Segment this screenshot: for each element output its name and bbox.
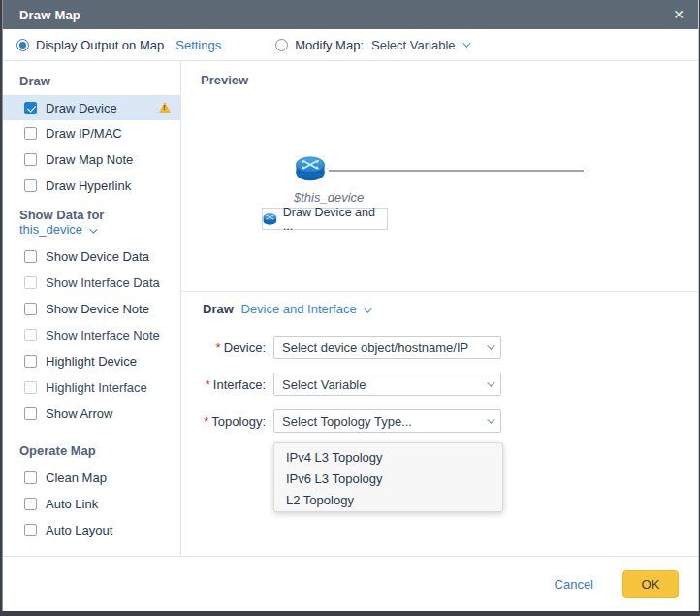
chevron-down-icon (487, 341, 494, 349)
checkbox-row-highlight-interface[interactable]: Highlight Interface (3, 374, 180, 401)
draw-hyperlink-checkbox[interactable] (24, 179, 37, 192)
highlight-interface-label: Highlight Interface (46, 380, 147, 395)
topology-option-l2[interactable]: L2 Topology (274, 490, 502, 511)
display-output-radio[interactable] (16, 39, 29, 51)
chevron-down-icon (487, 378, 494, 386)
auto-layout-label: Auto Layout (46, 523, 112, 537)
modify-map-radio[interactable] (275, 39, 288, 51)
show-device-note-checkbox[interactable] (24, 303, 37, 315)
checkbox-row-draw-ipmac[interactable]: Draw IP/MAC (3, 120, 180, 146)
show-interface-note-checkbox[interactable] (24, 329, 37, 341)
auto-layout-checkbox[interactable] (24, 524, 37, 536)
topology-dropdown-menu: IPv4 L3 Topology IPv6 L3 Topology L2 Top… (273, 442, 503, 512)
modify-map-label[interactable]: Modify Map: (295, 38, 364, 52)
checkbox-row-draw-hyperlink[interactable]: Draw Hyperlink (3, 173, 180, 199)
draw-map-note-label: Draw Map Note (46, 152, 133, 167)
clean-map-checkbox[interactable] (24, 471, 37, 484)
show-data-prefix: Show Data for (19, 208, 104, 222)
ok-button[interactable]: OK (622, 570, 679, 598)
required-marker: * (206, 377, 210, 392)
operate-map-section-header: Operate Map (3, 435, 180, 465)
dialog-title: Draw Map (19, 8, 80, 22)
section-divider (181, 291, 698, 292)
warning-icon (159, 102, 171, 113)
checkbox-row-show-device-note[interactable]: Show Device Note (3, 296, 180, 322)
cancel-button[interactable]: Cancel (555, 577, 593, 592)
topology-option-ipv6-l3[interactable]: IPv6 L3 Topology (274, 469, 502, 490)
sidebar: Draw Draw Device Draw IP/MAC Draw Map No… (3, 61, 181, 556)
highlight-interface-checkbox[interactable] (24, 381, 37, 394)
show-arrow-label: Show Arrow (46, 406, 112, 421)
draw-map-note-checkbox[interactable] (24, 153, 37, 166)
topology-link-line (329, 170, 584, 172)
checkbox-row-auto-link[interactable]: Auto Link (3, 491, 180, 517)
this-device-label: $this_device (294, 190, 364, 205)
draw-ipmac-checkbox[interactable] (24, 127, 37, 140)
checkbox-row-highlight-device[interactable]: Highlight Device (3, 348, 180, 374)
topology-select-value: Select Topology Type... (282, 414, 480, 429)
show-device-data-label: Show Device Data (46, 249, 149, 264)
device-select[interactable]: Select device object/hostname/IP (273, 336, 501, 359)
checkbox-row-show-arrow[interactable]: Show Arrow (3, 401, 180, 427)
show-arrow-checkbox[interactable] (24, 407, 37, 420)
topology-field-row: *Topology: Select Topology Type... (181, 409, 698, 433)
draw-section-header: Draw (3, 65, 180, 95)
checkbox-row-clean-map[interactable]: Clean Map (3, 465, 180, 491)
show-interface-data-checkbox[interactable] (24, 276, 37, 289)
topology-option-ipv4-l3[interactable]: IPv4 L3 Topology (274, 447, 502, 469)
device-field-label: *Device: (181, 340, 266, 355)
chevron-down-icon (487, 415, 494, 423)
checkbox-row-show-interface-data[interactable]: Show Interface Data (3, 270, 180, 296)
interface-field-label: *Interface: (181, 377, 266, 392)
chevron-down-icon (89, 225, 97, 233)
show-device-note-label: Show Device Note (46, 302, 149, 316)
draw-device-and-button-label: Draw Device and ... (283, 206, 387, 233)
checkbox-row-draw-map-note[interactable]: Draw Map Note (3, 146, 180, 173)
preview-header: Preview (201, 73, 248, 87)
interface-field-row: *Interface: Select Variable (181, 373, 698, 396)
device-select-value: Select device object/hostname/IP (282, 340, 480, 355)
interface-select-value: Select Variable (282, 377, 480, 392)
checkbox-row-show-device-data[interactable]: Show Device Data (3, 243, 180, 270)
checkbox-row-show-interface-note[interactable]: Show Interface Note (3, 322, 180, 348)
required-marker: * (216, 340, 221, 355)
checkbox-row-auto-layout[interactable]: Auto Layout (3, 517, 180, 543)
checkbox-row-draw-device[interactable]: Draw Device (3, 95, 180, 120)
main-panel: Preview $this_device Draw Device and ...… (181, 61, 698, 556)
draw-prefix-label: Draw (203, 302, 234, 316)
show-device-data-checkbox[interactable] (24, 250, 37, 263)
draw-device-label: Draw Device (46, 101, 117, 115)
chevron-down-icon (364, 305, 371, 312)
clean-map-label: Clean Map (46, 470, 107, 485)
topology-field-label: *Topology: (181, 414, 266, 429)
required-marker: * (204, 414, 208, 429)
mode-bar: Display Output on Map Settings Modify Ma… (3, 29, 698, 61)
show-data-section-header: Show Data for this_device (3, 199, 180, 243)
title-bar: Draw Map ✕ (3, 0, 698, 29)
settings-link[interactable]: Settings (175, 38, 221, 52)
device-field-row: *Device: Select device object/hostname/I… (181, 336, 698, 359)
display-output-label[interactable]: Display Output on Map (36, 38, 164, 52)
show-interface-note-label: Show Interface Note (46, 328, 160, 342)
draw-hyperlink-label: Draw Hyperlink (46, 178, 131, 193)
router-icon-small (263, 212, 277, 226)
close-icon[interactable]: ✕ (673, 8, 684, 21)
footer-bar: Cancel OK (3, 556, 698, 611)
router-device-icon (295, 154, 326, 183)
draw-device-checkbox[interactable] (24, 102, 37, 114)
highlight-device-label: Highlight Device (46, 354, 137, 369)
draw-form: *Device: Select device object/hostname/I… (181, 336, 698, 446)
draw-map-dialog: Draw Map ✕ Display Output on Map Setting… (2, 0, 699, 611)
draw-device-and-button[interactable]: Draw Device and ... (262, 208, 388, 230)
modify-map-variable-select[interactable]: Select Variable (371, 38, 455, 52)
highlight-device-checkbox[interactable] (24, 355, 37, 368)
draw-device-interface-header: Draw Device and Interface (203, 302, 369, 316)
auto-link-checkbox[interactable] (24, 498, 37, 510)
auto-link-label: Auto Link (46, 497, 98, 511)
device-and-interface-select[interactable]: Device and Interface (240, 302, 356, 316)
topology-select[interactable]: Select Topology Type... (273, 409, 501, 433)
draw-ipmac-label: Draw IP/MAC (46, 126, 122, 141)
interface-select[interactable]: Select Variable (273, 373, 501, 396)
show-interface-data-label: Show Interface Data (46, 276, 160, 290)
show-data-variable-select[interactable]: this_device (19, 222, 82, 237)
